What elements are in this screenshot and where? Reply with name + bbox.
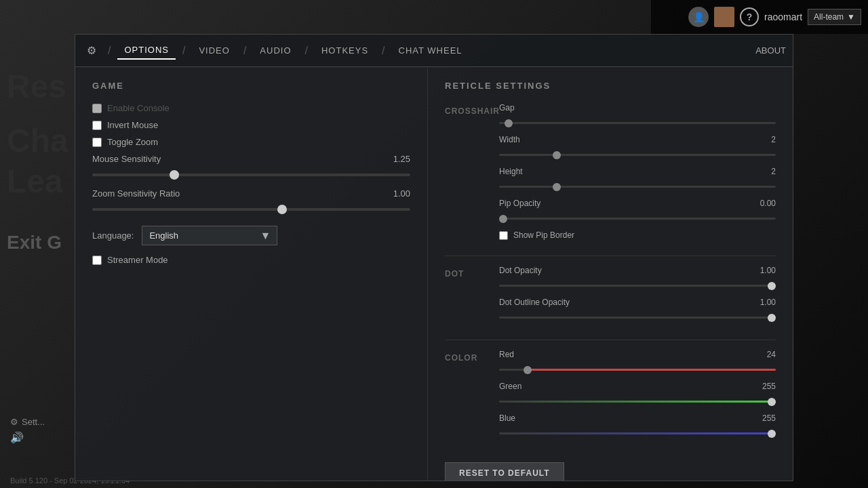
nav-sep-4: / — [305, 45, 308, 57]
streamer-mode-label: Streamer Mode — [107, 255, 168, 265]
mouse-sensitivity-row: Mouse Sensitivity 1.25 — [92, 154, 410, 179]
audio-icon: 🔊 — [10, 432, 24, 443]
show-pip-border-checkbox[interactable] — [499, 231, 508, 240]
nav-tabs: ⚙ / OPTIONS / VIDEO / AUDIO / HOTKEYS / … — [75, 35, 793, 67]
about-link[interactable]: ABOUT — [755, 45, 786, 56]
top-bar: 👤 ? raoomart All-team ▼ — [651, 0, 868, 34]
reset-to-default-button[interactable]: RESET TO DEFAULT — [445, 462, 564, 481]
dot-outline-opacity-value: 1.00 — [760, 298, 776, 307]
streamer-mode-row: Streamer Mode — [92, 255, 410, 265]
tab-hotkeys[interactable]: HOTKEYS — [315, 42, 375, 59]
dot-opacity-slider[interactable] — [499, 285, 776, 287]
game-section-title: GAME — [92, 81, 410, 91]
content-area: GAME Enable Console Invert Mouse Toggle … — [75, 67, 793, 481]
invert-mouse-row: Invert Mouse — [92, 120, 410, 130]
blue-label: Blue — [499, 413, 515, 423]
dot-group: DOT Dot Opacity 1.00 Dot Outline Opacity — [445, 266, 776, 329]
dot-sub-label: DOT — [445, 266, 499, 329]
sidebar-res: Res — [7, 68, 66, 105]
green-row: Green 255 — [499, 382, 776, 405]
gap-label: Gap — [499, 103, 515, 113]
nav-sep-5: / — [382, 45, 384, 57]
zoom-sensitivity-label: Zoom Sensitivity Ratio — [92, 188, 180, 199]
zoom-sensitivity-slider[interactable] — [92, 208, 410, 211]
width-value: 2 — [771, 135, 776, 144]
help-icon[interactable]: ? — [740, 7, 759, 26]
width-row: Width 2 — [499, 135, 776, 159]
pip-opacity-value: 0.00 — [760, 199, 776, 208]
red-slider[interactable] — [499, 369, 776, 371]
height-label: Height — [499, 167, 523, 176]
dot-opacity-value: 1.00 — [760, 266, 776, 275]
game-section: GAME Enable Console Invert Mouse Toggle … — [75, 67, 428, 481]
username-label: raoomart — [764, 12, 802, 22]
dot-outline-opacity-slider[interactable] — [499, 317, 776, 319]
sidebar-lea: Lea — [7, 163, 63, 200]
sidebar-settings[interactable]: ⚙ Sett... — [10, 417, 45, 427]
tab-options[interactable]: OPTIONS — [117, 41, 176, 60]
red-value: 24 — [767, 350, 776, 359]
pip-opacity-label: Pip Opacity — [499, 199, 540, 208]
pip-opacity-slider[interactable] — [499, 218, 776, 220]
gap-slider[interactable] — [499, 122, 776, 124]
zoom-sensitivity-row: Zoom Sensitivity Ratio 1.00 — [92, 188, 410, 214]
sidebar-audio[interactable]: 🔊 — [10, 431, 24, 444]
nav-sep-2: / — [182, 45, 185, 57]
width-label: Width — [499, 135, 520, 144]
dot-opacity-label: Dot Opacity — [499, 266, 542, 275]
gear-small-icon: ⚙ — [10, 417, 18, 427]
crosshair-controls: Gap Width 2 — [499, 103, 776, 245]
profile-icon[interactable]: 👤 — [688, 7, 709, 27]
nav-sep-3: / — [243, 45, 246, 57]
dot-controls: Dot Opacity 1.00 Dot Outline Opacity 1.0… — [499, 266, 776, 329]
show-pip-border-label: Show Pip Border — [513, 230, 574, 240]
toggle-zoom-row: Toggle Zoom — [92, 137, 410, 147]
tab-video[interactable]: VIDEO — [192, 42, 236, 59]
language-select[interactable]: English French German Spanish Portuguese — [142, 226, 277, 245]
team-dropdown[interactable]: All-team ▼ — [808, 9, 861, 25]
gear-icon[interactable]: ⚙ — [82, 41, 101, 60]
team-label: All-team — [814, 12, 844, 22]
width-slider[interactable] — [499, 154, 776, 156]
tab-audio[interactable]: AUDIO — [253, 42, 298, 59]
green-value: 255 — [762, 382, 776, 391]
settings-label: Sett... — [22, 417, 45, 427]
enable-console-label: Enable Console — [107, 103, 170, 113]
dot-outline-opacity-row: Dot Outline Opacity 1.00 — [499, 298, 776, 321]
blue-value: 255 — [762, 413, 776, 423]
sidebar-cha: Cha — [7, 122, 68, 159]
toggle-zoom-label: Toggle Zoom — [107, 137, 158, 147]
green-slider[interactable] — [499, 401, 776, 403]
invert-mouse-label: Invert Mouse — [107, 120, 158, 130]
crosshair-group: CROSSHAIR Gap Width 2 — [445, 103, 776, 245]
color-group: COLOR Red 24 Green 255 — [445, 350, 776, 445]
main-panel: ⚙ / OPTIONS / VIDEO / AUDIO / HOTKEYS / … — [75, 34, 793, 481]
enable-console-checkbox[interactable] — [92, 104, 102, 113]
dot-outline-opacity-label: Dot Outline Opacity — [499, 298, 570, 307]
zoom-sensitivity-value: 1.00 — [393, 188, 410, 199]
tab-chat-wheel[interactable]: CHAT WHEEL — [392, 42, 469, 59]
mouse-sensitivity-slider[interactable] — [92, 174, 410, 176]
dot-opacity-row: Dot Opacity 1.00 — [499, 266, 776, 289]
height-slider[interactable] — [499, 186, 776, 188]
toggle-zoom-checkbox[interactable] — [92, 138, 102, 147]
show-pip-border-row: Show Pip Border — [499, 230, 776, 240]
gap-row: Gap — [499, 103, 776, 127]
red-label: Red — [499, 350, 514, 359]
red-row: Red 24 — [499, 350, 776, 373]
enable-console-row: Enable Console — [92, 103, 410, 113]
height-row: Height 2 — [499, 167, 776, 190]
mouse-sensitivity-value: 1.25 — [393, 154, 410, 164]
blue-slider[interactable] — [499, 432, 776, 434]
green-label: Green — [499, 382, 521, 391]
streamer-mode-checkbox[interactable] — [92, 256, 102, 265]
divider-1 — [445, 256, 776, 256]
color-sub-label: COLOR — [445, 350, 499, 445]
color-controls: Red 24 Green 255 — [499, 350, 776, 445]
avatar — [714, 7, 734, 27]
language-wrapper: English French German Spanish Portuguese… — [142, 226, 277, 245]
invert-mouse-checkbox[interactable] — [92, 121, 102, 130]
divider-2 — [445, 340, 776, 340]
sidebar-exit: Exit G — [7, 230, 62, 253]
language-row: Language: English French German Spanish … — [92, 226, 410, 245]
